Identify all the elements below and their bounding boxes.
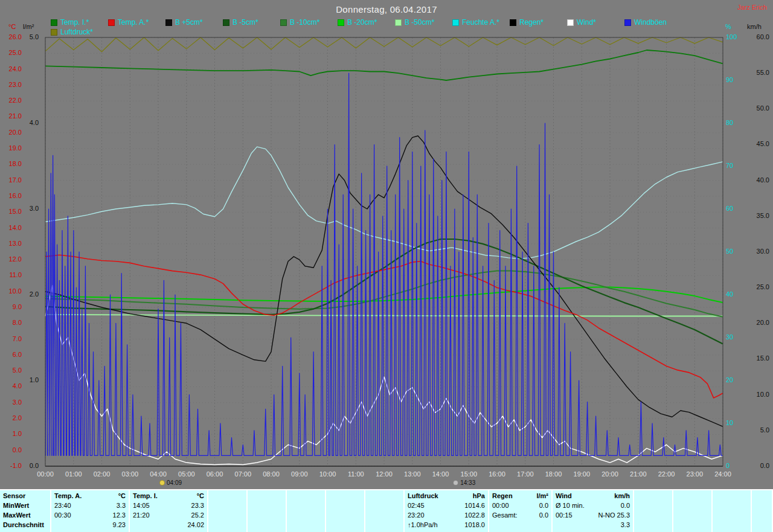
tick-label-time: 00:00	[37, 470, 54, 478]
tick-label-time: 18:00	[545, 470, 562, 478]
stats-empty-cell	[634, 490, 673, 532]
series-b_minus50	[45, 315, 723, 316]
tick-label-rain: 4.0	[30, 119, 39, 126]
tick-label-temp: 0.0	[13, 446, 22, 453]
tick-label-humidity: 70	[726, 162, 733, 169]
tick-label-temp: 15.0	[9, 208, 22, 215]
tick-label-humidity: 50	[726, 248, 733, 255]
tick-label-rain: 1.0	[30, 376, 39, 383]
tick-label-wind: 30.0	[757, 248, 769, 255]
tick-label-time: 20:00	[601, 470, 618, 478]
weather-chart-screen: Donnerstag, 06.04.2017 Jarz Erich Temp. …	[0, 0, 773, 532]
moonrise-icon	[453, 480, 458, 486]
tick-label-humidity: 0	[726, 462, 730, 469]
stats-empty-cell	[713, 490, 752, 532]
tick-label-time: 11:00	[348, 470, 364, 478]
moonset-time: 04:09	[167, 479, 182, 486]
moonrise-time: 14:33	[460, 479, 475, 486]
tick-label-wind: 0.0	[760, 462, 769, 469]
stats-empty-cell	[673, 490, 713, 532]
tick-label-wind: 35.0	[757, 212, 769, 219]
stats-row-labels: SensorMinWertMaxWertDurchschnitt	[0, 490, 51, 532]
chart-plot: -1.00.01.02.03.04.05.06.07.08.09.010.011…	[0, 0, 773, 489]
moonset-icon	[159, 480, 165, 486]
tick-label-wind: 25.0	[757, 283, 769, 290]
stats-table: SensorMinWertMaxWertDurchschnittTemp. A.…	[0, 489, 773, 532]
tick-label-temp: 24.0	[9, 65, 22, 72]
moonset-marker: 04:09	[159, 479, 182, 486]
stats-empty-cell	[326, 490, 365, 532]
tick-label-humidity: 80	[726, 119, 733, 126]
tick-label-time: 17:00	[517, 470, 534, 478]
tick-label-humidity: 30	[726, 333, 733, 341]
tick-label-time: 22:00	[658, 470, 675, 478]
tick-label-temp: 7.0	[13, 335, 22, 342]
tick-label-wind: 5.0	[760, 426, 769, 434]
tick-label-temp: 9.0	[13, 303, 22, 310]
tick-label-rain: 3.0	[30, 205, 39, 212]
tick-label-time: 06:00	[207, 470, 223, 478]
stats-col-luftdruck: LuftdruckhPa02:451014.623:201022.8↑1.0hP…	[405, 490, 489, 532]
tick-label-temp: 5.0	[13, 367, 22, 374]
tick-label-temp: 26.0	[9, 33, 22, 40]
tick-label-temp: -1.0	[10, 462, 22, 469]
tick-label-humidity: 90	[726, 76, 733, 83]
moonrise-marker: 14:33	[453, 479, 475, 486]
tick-label-temp: 19.0	[9, 144, 22, 152]
tick-label-humidity: 60	[726, 205, 733, 212]
tick-label-temp: 11.0	[9, 271, 22, 278]
tick-label-time: 24:00	[714, 470, 731, 478]
tick-label-time: 01:00	[65, 470, 82, 478]
tick-label-temp: 16.0	[9, 192, 22, 199]
tick-label-temp: 2.0	[13, 414, 22, 421]
tick-label-rain: 0.0	[30, 462, 39, 469]
tick-label-time: 14:00	[432, 470, 449, 478]
tick-label-wind: 15.0	[757, 354, 769, 362]
tick-label-time: 08:00	[263, 470, 280, 478]
stats-empty-cell	[248, 490, 287, 532]
tick-label-time: 10:00	[319, 470, 336, 478]
tick-label-temp: 17.0	[9, 176, 22, 184]
tick-label-time: 02:00	[94, 470, 111, 478]
tick-label-temp: 8.0	[13, 319, 22, 326]
tick-label-time: 05:00	[178, 470, 195, 478]
tick-label-wind: 40.0	[757, 176, 769, 184]
tick-label-temp: 20.0	[9, 129, 22, 136]
tick-label-temp: 4.0	[13, 382, 22, 389]
tick-label-temp: 23.0	[9, 81, 22, 88]
tick-label-temp: 10.0	[9, 287, 22, 295]
tick-label-wind: 10.0	[757, 391, 769, 398]
tick-label-temp: 13.0	[9, 240, 22, 247]
tick-label-time: 16:00	[489, 470, 505, 478]
tick-label-time: 13:00	[404, 470, 421, 478]
series-feuchte_a	[45, 147, 723, 258]
tick-label-time: 03:00	[122, 470, 139, 478]
tick-label-humidity: 10	[726, 419, 733, 426]
stats-empty-cell	[208, 490, 248, 532]
tick-label-wind: 60.0	[757, 33, 769, 40]
tick-label-temp: 3.0	[13, 399, 22, 406]
tick-label-time: 21:00	[630, 470, 647, 478]
tick-label-rain: 2.0	[30, 290, 39, 298]
tick-label-temp: 25.0	[9, 49, 22, 56]
tick-label-time: 07:00	[235, 470, 252, 478]
tick-label-time: 12:00	[376, 470, 393, 478]
stats-empty-cell	[365, 490, 405, 532]
stats-empty-cell	[287, 490, 326, 532]
tick-label-temp: 12.0	[9, 255, 22, 263]
tick-label-humidity: 100	[726, 33, 737, 40]
tick-label-humidity: 20	[726, 376, 733, 383]
tick-label-humidity: 40	[726, 290, 733, 298]
tick-label-wind: 50.0	[757, 104, 769, 112]
stats-col-temp_a: Temp. A.°C23:403.300:3012.39.23	[51, 490, 130, 532]
tick-label-wind: 20.0	[757, 319, 769, 326]
tick-label-time: 09:00	[291, 470, 308, 478]
tick-label-temp: 21.0	[9, 112, 22, 120]
stats-empty-cell	[752, 490, 773, 532]
tick-label-time: 23:00	[687, 470, 704, 478]
tick-label-temp: 6.0	[13, 351, 22, 358]
tick-label-temp: 14.0	[9, 224, 22, 231]
stats-col-regen: Regenl/m²00:000.0Gesamt:0.0	[489, 490, 553, 532]
tick-label-rain: 5.0	[30, 33, 39, 40]
stats-col-wind: Windkm/hØ 10 min.0.000:15N-NO 25.33.3	[553, 490, 634, 532]
